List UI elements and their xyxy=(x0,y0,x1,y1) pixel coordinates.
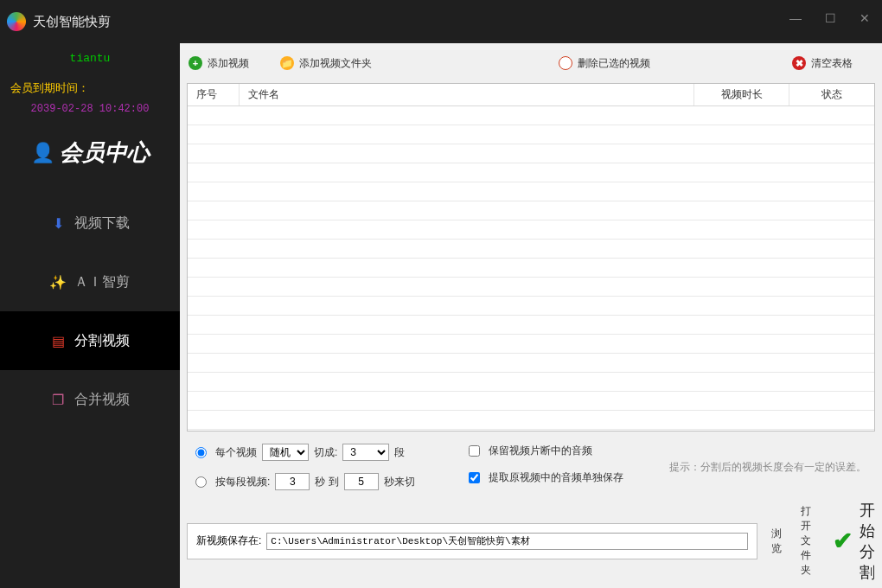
audio-options-group: 保留视频片断中的音频 提取原视频中的音频单独保存 xyxy=(469,444,623,485)
clear-table-label: 清空表格 xyxy=(811,56,853,71)
x-icon: ✖ xyxy=(792,56,806,70)
window-controls: — ☐ ✕ xyxy=(778,0,882,43)
save-path-box: 新视频保存在: xyxy=(187,523,757,559)
col-duration[interactable]: 视频时长 xyxy=(694,84,789,105)
sidebar-item-ai-cut[interactable]: ✨ ＡＩ智剪 xyxy=(0,252,180,311)
split-mode-group: 每个视频 随机 切成: 3 段 按每段视频: 秒 到 秒来切 xyxy=(195,444,415,490)
sidebar-item-split[interactable]: ▤ 分割视频 xyxy=(0,311,180,370)
checkmark-icon: ✔ xyxy=(833,527,853,555)
titlebar: 天创智能快剪 — ☐ ✕ xyxy=(0,0,882,43)
sidebar-item-merge[interactable]: ❐ 合并视频 xyxy=(0,370,180,429)
clear-table-button[interactable]: ✖ 清空表格 xyxy=(792,56,853,71)
save-label: 新视频保存在: xyxy=(196,534,261,548)
maximize-button[interactable]: ☐ xyxy=(813,7,847,29)
person-icon: 👤 xyxy=(31,142,54,164)
keep-audio-checkbox[interactable] xyxy=(469,445,480,457)
minimize-button[interactable]: — xyxy=(778,7,813,29)
file-table: 序号 文件名 视频时长 状态 xyxy=(187,83,875,431)
cut-into-label: 切成: xyxy=(314,445,337,460)
sec-a-input[interactable] xyxy=(275,473,310,490)
random-select[interactable]: 随机 xyxy=(262,444,309,461)
start-split-button[interactable]: ✔ 开始分割 xyxy=(833,523,875,559)
sec-between-label: 秒 到 xyxy=(315,475,338,489)
expire-label: 会员到期时间： xyxy=(0,80,89,96)
close-button[interactable]: ✕ xyxy=(847,7,882,29)
table-body[interactable] xyxy=(188,106,874,431)
app-title: 天创智能快剪 xyxy=(33,14,111,30)
extract-audio-row: 提取原视频中的音频单独保存 xyxy=(469,470,623,485)
per-segment-row: 按每段视频: 秒 到 秒来切 xyxy=(195,473,415,490)
table-header: 序号 文件名 视频时长 状态 xyxy=(188,84,874,106)
extract-audio-checkbox[interactable] xyxy=(469,472,480,483)
save-row: 新视频保存在: 浏览 打开文件夹 ✔ 开始分割 xyxy=(187,504,875,578)
add-video-button[interactable]: + 添加视频 xyxy=(189,56,249,71)
sec-cut-label: 秒来切 xyxy=(384,475,415,489)
per-video-radio[interactable] xyxy=(195,447,207,458)
add-folder-button[interactable]: 📁 添加视频文件夹 xyxy=(280,56,372,71)
body: tiantu 会员到期时间： 2039-02-28 10:42:00 👤 会员中… xyxy=(0,43,882,588)
main-panel: + 添加视频 📁 添加视频文件夹 − 删除已选的视频 ✖ 清空表格 xyxy=(180,43,882,588)
seg-unit-label: 段 xyxy=(394,445,405,460)
add-video-label: 添加视频 xyxy=(208,56,249,71)
per-video-label: 每个视频 xyxy=(215,445,257,460)
open-folder-button[interactable]: 打开文件夹 xyxy=(796,504,824,578)
keep-audio-row: 保留视频片断中的音频 xyxy=(469,444,623,458)
split-icon: ▤ xyxy=(50,333,66,348)
sidebar-item-label: 分割视频 xyxy=(74,332,130,350)
per-video-row: 每个视频 随机 切成: 3 段 xyxy=(195,444,415,461)
col-index[interactable]: 序号 xyxy=(188,84,240,105)
app-logo-icon xyxy=(7,12,26,31)
folder-icon: 📁 xyxy=(280,56,294,70)
delete-selected-label: 删除已选的视频 xyxy=(578,56,650,71)
toolbar: + 添加视频 📁 添加视频文件夹 − 删除已选的视频 ✖ 清空表格 xyxy=(180,43,882,83)
save-path-input[interactable] xyxy=(266,533,748,550)
per-segment-radio[interactable] xyxy=(195,476,207,488)
member-center-label: 会员中心 xyxy=(60,137,150,168)
plus-icon: + xyxy=(189,56,202,70)
sec-b-input[interactable] xyxy=(344,473,379,490)
extract-audio-label: 提取原视频中的音频单独保存 xyxy=(489,470,623,485)
per-segment-label: 按每段视频: xyxy=(215,475,270,489)
col-filename[interactable]: 文件名 xyxy=(240,84,694,105)
sidebar-item-label: ＡＩ智剪 xyxy=(74,273,130,291)
add-folder-label: 添加视频文件夹 xyxy=(299,56,372,71)
delete-selected-button[interactable]: − 删除已选的视频 xyxy=(559,56,650,71)
start-label: 开始分割 xyxy=(860,500,875,583)
col-status[interactable]: 状态 xyxy=(789,84,874,105)
app-window: 天创智能快剪 — ☐ ✕ tiantu 会员到期时间： 2039-02-28 1… xyxy=(0,0,882,588)
sidebar-item-download[interactable]: ⬇ 视频下载 xyxy=(0,194,180,252)
username-label: tiantu xyxy=(70,52,111,65)
browse-button[interactable]: 浏览 xyxy=(766,527,787,556)
merge-icon: ❐ xyxy=(50,392,66,407)
options-panel: 每个视频 随机 切成: 3 段 按每段视频: 秒 到 秒来切 xyxy=(180,431,882,497)
download-icon: ⬇ xyxy=(50,215,66,231)
sparkle-icon: ✨ xyxy=(50,274,66,290)
minus-icon: − xyxy=(559,56,572,70)
sidebar: tiantu 会员到期时间： 2039-02-28 10:42:00 👤 会员中… xyxy=(0,43,180,588)
member-center-button[interactable]: 👤 会员中心 xyxy=(31,137,150,168)
keep-audio-label: 保留视频片断中的音频 xyxy=(489,444,592,458)
sidebar-item-label: 合并视频 xyxy=(74,391,130,409)
expire-time: 2039-02-28 10:42:00 xyxy=(31,103,150,115)
sidebar-item-label: 视频下载 xyxy=(74,214,130,233)
seg-count-select[interactable]: 3 xyxy=(342,444,389,461)
hint-text: 提示：分割后的视频长度会有一定的误差。 xyxy=(669,460,866,475)
